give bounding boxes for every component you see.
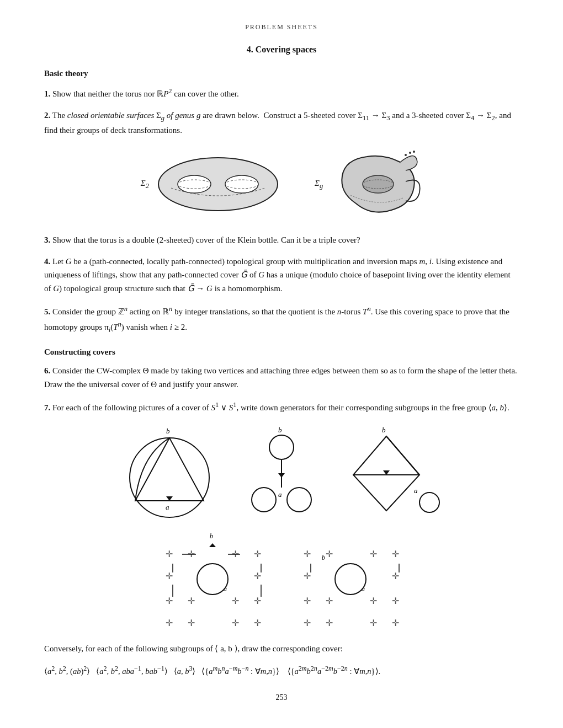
svg-text:b: b	[210, 532, 213, 540]
problem-7-number: 7.	[44, 403, 50, 412]
svg-point-18	[287, 488, 311, 512]
problem-7-figures-row2: b ✛ ✛ ✛ ✛ ✛ ✛ a ✛ ✛ ✛ ✛ ✛ ✛ ✛ ✛	[44, 529, 519, 634]
svg-point-2	[225, 175, 258, 193]
problem-3: 3. Show that the torus is a double (2-sh…	[44, 233, 519, 247]
sigmag-svg	[328, 148, 422, 220]
fig7-3: b a	[342, 422, 444, 522]
svg-text:a: a	[224, 585, 227, 593]
svg-text:✛: ✛	[254, 549, 261, 559]
svg-text:✛: ✛	[304, 549, 311, 559]
svg-text:b: b	[278, 426, 282, 434]
problem-4-number: 4.	[44, 257, 50, 266]
svg-point-25	[419, 493, 439, 512]
svg-text:a: a	[414, 486, 418, 495]
svg-text:✛: ✛	[166, 618, 173, 628]
svg-text:✛: ✛	[392, 549, 399, 559]
svg-text:✛: ✛	[304, 618, 311, 628]
sigma2-svg	[155, 154, 282, 215]
problem-6: 6. Consider the CW-complex Θ made by tak…	[44, 364, 519, 392]
problem-7: 7. For each of the following pictures of…	[44, 399, 519, 415]
svg-marker-13	[166, 496, 173, 501]
svg-text:✛: ✛	[304, 571, 311, 581]
problem-5: 5. Consider the group ℤn acting on ℝn by…	[44, 303, 519, 335]
svg-text:✛: ✛	[326, 596, 333, 606]
svg-text:✛: ✛	[254, 618, 261, 628]
svg-text:✛: ✛	[232, 618, 239, 628]
svg-text:✛: ✛	[254, 596, 261, 606]
svg-text:✛: ✛	[188, 618, 195, 628]
fig7-1-svg: b a	[119, 422, 221, 522]
svg-point-9	[413, 151, 415, 153]
conversely-text: Conversely, for each of the following su…	[44, 642, 519, 656]
svg-line-23	[386, 436, 419, 475]
sigma2-figure: Σ2	[141, 154, 282, 215]
problem-7-figures-row1: b a b a b a	[44, 422, 519, 522]
problem-1: 1. Show that neither the torus nor ℝP2 c…	[44, 85, 519, 101]
svg-text:a: a	[362, 585, 365, 593]
svg-text:a: a	[278, 490, 282, 499]
page-header: PROBLEM SHEETS	[44, 22, 519, 33]
svg-text:✛: ✛	[370, 618, 377, 628]
fig7-2: b a	[237, 422, 326, 522]
svg-point-10	[130, 438, 209, 517]
problem-5-number: 5.	[44, 307, 50, 316]
svg-text:✛: ✛	[254, 571, 261, 581]
svg-point-17	[252, 488, 276, 512]
svg-text:✛: ✛	[370, 596, 377, 606]
svg-text:✛: ✛	[326, 618, 333, 628]
problem-2-number: 2.	[44, 111, 50, 120]
svg-text:✛: ✛	[392, 618, 399, 628]
sigmag-figure: Σg	[315, 148, 422, 220]
svg-text:✛: ✛	[392, 571, 399, 581]
basic-theory-heading: Basic theory	[44, 67, 519, 80]
fig7-3-svg: b a	[342, 422, 444, 522]
svg-text:a: a	[166, 503, 169, 511]
svg-text:✛: ✛	[232, 596, 239, 606]
fig7-1: b a	[119, 422, 221, 522]
constructing-covers-heading: Constructing covers	[44, 345, 519, 358]
svg-text:b: b	[382, 426, 386, 434]
svg-marker-26	[383, 470, 390, 475]
svg-text:b: b	[166, 427, 170, 435]
svg-marker-20	[278, 473, 285, 478]
problem-4: 4. Let G be a (path-connected, locally p…	[44, 255, 519, 296]
svg-text:✛: ✛	[392, 596, 399, 606]
svg-point-5	[363, 175, 394, 193]
problem-6-number: 6.	[44, 366, 50, 375]
svg-text:✛: ✛	[166, 571, 173, 581]
svg-text:✛: ✛	[166, 596, 173, 606]
fig7-grid-right: b ✛ ✛ ✛ ✛ ✛ ✛ a ✛ ✛ ✛ ✛ ✛ ✛ ✛ ✛	[290, 529, 411, 634]
math-subgroups-line: ⟨a2, b2, (ab)2⟩ ⟨a2, b2, aba−1, bab−1⟩ ⟨…	[44, 663, 519, 678]
fig7-grid-left: b ✛ ✛ ✛ ✛ ✛ ✛ a ✛ ✛ ✛ ✛ ✛ ✛ ✛ ✛	[152, 529, 273, 634]
svg-point-1	[178, 175, 211, 193]
fig7-2-svg: b a	[237, 422, 326, 522]
page-number: 253	[44, 692, 519, 704]
svg-point-0	[158, 158, 278, 211]
svg-text:✛: ✛	[304, 596, 311, 606]
svg-point-8	[409, 152, 411, 154]
svg-text:✛: ✛	[370, 549, 377, 559]
problem-3-number: 3.	[44, 235, 50, 244]
svg-point-15	[269, 435, 294, 459]
fig7-grid-right-svg: b ✛ ✛ ✛ ✛ ✛ ✛ a ✛ ✛ ✛ ✛ ✛ ✛ ✛ ✛	[290, 529, 411, 634]
svg-text:✛: ✛	[188, 596, 195, 606]
svg-text:✛: ✛	[326, 549, 333, 559]
svg-point-7	[405, 154, 407, 156]
svg-text:b: b	[322, 554, 325, 561]
svg-marker-50	[209, 543, 216, 547]
section-title: 4. Covering spaces	[44, 42, 519, 57]
fig7-grid-left-svg: b ✛ ✛ ✛ ✛ ✛ ✛ a ✛ ✛ ✛ ✛ ✛ ✛ ✛ ✛	[152, 529, 273, 634]
problem-2-figures: Σ2 Σg	[44, 148, 519, 220]
svg-text:✛: ✛	[166, 549, 173, 559]
problem-1-number: 1.	[44, 89, 50, 98]
problem-2: 2. The closed orientable surfaces Σg of …	[44, 109, 519, 137]
